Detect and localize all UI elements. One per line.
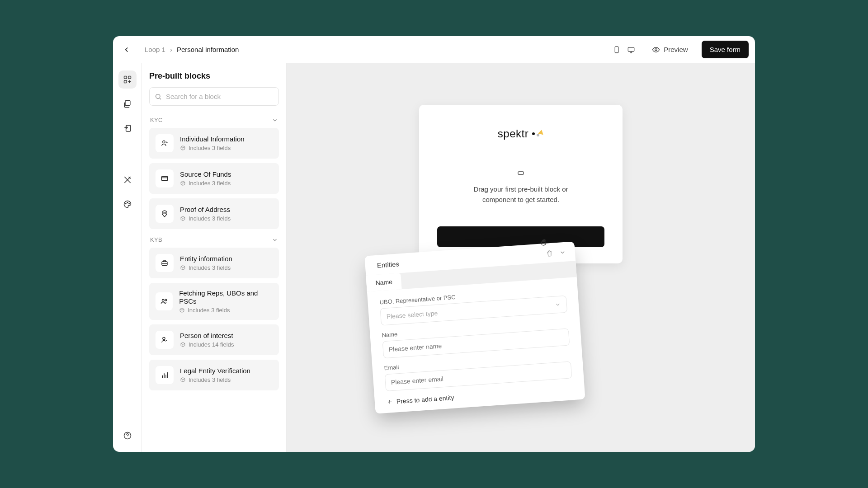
rail-help-button[interactable]: [118, 427, 137, 445]
cube-icon: [180, 342, 186, 347]
block-title: Entity information: [180, 255, 232, 263]
block-subtitle: Includes 3 fields: [180, 376, 250, 383]
svg-point-13: [163, 141, 165, 143]
block-icon-wrap: [156, 169, 174, 188]
block-subtitle: Includes 3 fields: [180, 145, 245, 151]
svg-point-15: [164, 212, 165, 214]
preview-label: Preview: [664, 46, 688, 53]
panel-title: Pre-built blocks: [149, 71, 279, 81]
entities-title: Entities: [377, 260, 399, 269]
block-title: Fetching Reps, UBOs and PSCs: [179, 289, 273, 305]
breadcrumb-parent[interactable]: Loop 1: [145, 46, 165, 53]
block-title: Legal Entity Verification: [180, 367, 250, 375]
chevron-down-icon[interactable]: [559, 249, 566, 256]
rail-theme-button[interactable]: [118, 195, 137, 213]
add-entity-label: Press to add a entity: [396, 394, 454, 405]
desktop-device-button[interactable]: [626, 44, 637, 55]
brand-mark-icon: [532, 130, 544, 138]
rail-import-button[interactable]: [118, 119, 137, 137]
block-subtitle: Includes 3 fields: [180, 215, 231, 222]
brand-name: spektr: [498, 127, 528, 140]
arrow-left-icon: [123, 46, 131, 54]
blocks-panel: Pre-built blocks KYC Individual Informat…: [142, 63, 287, 452]
breadcrumb-current: Personal information: [177, 46, 239, 53]
rail-design-button[interactable]: [118, 171, 137, 189]
block-legal-entity-verification[interactable]: Legal Entity Verification Includes 3 fie…: [149, 360, 279, 390]
cube-icon: [180, 180, 186, 186]
rail-blocks-button[interactable]: [118, 70, 137, 89]
preview-button[interactable]: Preview: [647, 42, 692, 57]
card-icon: [160, 174, 169, 183]
person-icon: [160, 139, 169, 147]
trash-icon[interactable]: [546, 250, 553, 257]
block-subtitle: Includes 3 fields: [179, 307, 273, 314]
svg-rect-4: [128, 76, 131, 79]
save-form-button[interactable]: Save form: [702, 41, 749, 58]
chart-icon: [160, 371, 169, 379]
grab-cursor-icon: [539, 238, 548, 247]
chevron-down-icon: [272, 237, 278, 243]
block-title: Source Of Funds: [180, 170, 231, 178]
svg-rect-3: [124, 76, 127, 79]
block-icon-wrap: [156, 254, 174, 272]
back-button[interactable]: [119, 42, 134, 57]
tab-name[interactable]: Name: [366, 273, 402, 291]
section-kyb-header[interactable]: KYB: [150, 236, 278, 243]
primary-cta-button[interactable]: [437, 226, 604, 247]
mobile-device-button[interactable]: [611, 44, 622, 55]
form-canvas[interactable]: spektr Drag your first pre-built block o…: [287, 63, 755, 452]
block-person-of-interest[interactable]: Person of interest Includes 14 fields: [149, 324, 279, 355]
plus-icon: [387, 399, 393, 405]
design-icon: [123, 175, 132, 184]
block-proof-of-address[interactable]: Proof of Address Includes 3 fields: [149, 198, 279, 229]
eye-icon: [652, 46, 660, 54]
block-entity-information[interactable]: Entity information Includes 3 fields: [149, 248, 279, 278]
svg-point-19: [163, 337, 165, 339]
import-icon: [123, 124, 132, 133]
block-title: Person of interest: [180, 332, 234, 340]
layers-icon: [123, 99, 132, 108]
help-icon: [123, 431, 132, 440]
section-kyb-label: KYB: [150, 236, 162, 243]
block-icon-wrap: [156, 366, 174, 384]
svg-rect-0: [615, 47, 619, 53]
rail-layers-button[interactable]: [118, 95, 137, 113]
type-select-placeholder: Please select type: [386, 310, 438, 320]
header: Loop 1 › Personal information Preview Sa…: [113, 36, 755, 63]
block-individual-information[interactable]: Individual Information Includes 3 fields: [149, 128, 279, 159]
block-source-of-funds[interactable]: Source Of Funds Includes 3 fields: [149, 163, 279, 194]
svg-point-8: [125, 203, 126, 204]
device-toggle: [611, 44, 637, 55]
block-fetching-reps[interactable]: Fetching Reps, UBOs and PSCs Includes 3 …: [149, 283, 279, 320]
block-icon-wrap: [156, 292, 173, 310]
people-icon: [160, 297, 168, 305]
block-search-input[interactable]: [149, 87, 279, 106]
block-icon-wrap: [156, 134, 174, 152]
cube-icon: [180, 216, 186, 221]
app-frame: Loop 1 › Personal information Preview Sa…: [113, 36, 755, 452]
search-icon: [155, 93, 162, 100]
chevron-down-icon: [272, 117, 278, 123]
block-title: Individual Information: [180, 135, 245, 143]
svg-point-18: [165, 299, 167, 301]
svg-rect-14: [161, 177, 168, 181]
location-icon: [160, 210, 169, 218]
person-alert-icon: [160, 336, 169, 344]
cube-icon: [180, 145, 186, 151]
section-kyc-header[interactable]: KYC: [150, 117, 278, 123]
cube-icon: [179, 307, 185, 313]
svg-rect-6: [125, 101, 130, 106]
section-kyc-label: KYC: [150, 117, 163, 123]
block-icon-wrap: [156, 331, 174, 349]
mobile-icon: [613, 46, 621, 54]
block-icon-wrap: [156, 205, 174, 223]
empty-state-message: Drag your first pre-built block or compo…: [437, 169, 604, 205]
dragged-entities-card[interactable]: Entities Name UBO, Representative or PSC…: [364, 241, 585, 414]
breadcrumb-sep: ›: [170, 46, 172, 53]
block-subtitle: Includes 3 fields: [180, 264, 232, 271]
block-subtitle: Includes 3 fields: [180, 180, 231, 187]
search-wrap: [149, 87, 279, 106]
cube-icon: [180, 377, 186, 383]
breadcrumb: Loop 1 › Personal information: [145, 46, 239, 53]
palette-icon: [123, 200, 132, 209]
